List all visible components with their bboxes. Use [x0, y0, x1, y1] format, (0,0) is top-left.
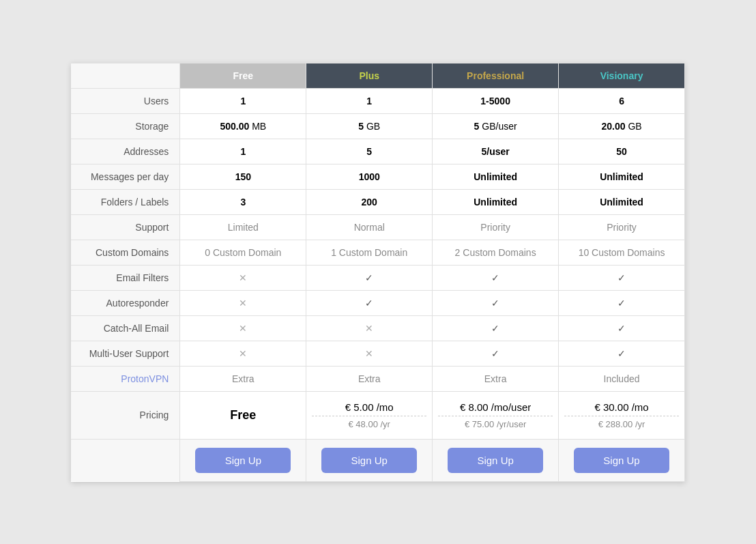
protonvpn-label: ProtonVPN	[71, 366, 180, 391]
storage-row: Storage 500.00 MB 5 GB 5 GB/user 20.00 G…	[71, 113, 685, 139]
customdomains-plus: 1 Custom Domain	[306, 240, 433, 265]
catchall-visionary: ✓	[559, 315, 685, 341]
multiuser-row: Multi-User Support ✕ ✕ ✓ ✓	[71, 341, 685, 366]
multiuser-visionary: ✓	[559, 341, 685, 366]
emailfilters-professional: ✓	[433, 265, 559, 290]
messages-plus: 1000	[306, 164, 433, 189]
pricing-professional-mo: € 8.00 /mo/user	[438, 401, 553, 413]
pricing-free: Free	[180, 391, 306, 439]
pricing-visionary-yr: € 288.00 /yr	[564, 416, 679, 429]
storage-label: Storage	[71, 113, 180, 139]
support-free: Limited	[180, 214, 306, 240]
storage-visionary: 20.00 GB	[559, 113, 685, 139]
users-professional: 1-5000	[433, 88, 559, 113]
signup-plus-cell: Sign Up	[306, 439, 433, 481]
signup-plus-button[interactable]: Sign Up	[321, 448, 417, 473]
protonvpn-row: ProtonVPN Extra Extra Extra Included	[71, 366, 685, 391]
signup-professional-button[interactable]: Sign Up	[448, 448, 543, 473]
storage-professional: 5 GB/user	[433, 113, 559, 139]
folders-plus: 200	[306, 189, 433, 214]
autoresponder-plus: ✓	[306, 290, 433, 315]
addresses-row: Addresses 1 5 5/user 50	[71, 139, 685, 164]
messages-professional: Unlimited	[433, 164, 559, 189]
protonvpn-link[interactable]: ProtonVPN	[121, 373, 169, 384]
signup-professional-cell: Sign Up	[433, 439, 559, 481]
messages-row: Messages per day 150 1000 Unlimited Unli…	[71, 164, 685, 189]
multiuser-plus: ✕	[306, 341, 433, 366]
autoresponder-label: Autoresponder	[71, 290, 180, 315]
addresses-professional: 5/user	[433, 139, 559, 164]
pricing-plus-mo: € 5.00 /mo	[312, 401, 426, 413]
emailfilters-label: Email Filters	[71, 265, 180, 290]
support-professional: Priority	[433, 214, 559, 240]
messages-visionary: Unlimited	[559, 164, 685, 189]
customdomains-free: 0 Custom Domain	[180, 240, 306, 265]
signup-visionary-button[interactable]: Sign Up	[574, 448, 669, 473]
support-plus: Normal	[306, 214, 433, 240]
protonvpn-professional: Extra	[433, 366, 559, 391]
signup-visionary-cell: Sign Up	[559, 439, 685, 481]
protonvpn-visionary: Included	[559, 366, 685, 391]
addresses-plus: 5	[306, 139, 433, 164]
autoresponder-visionary: ✓	[559, 290, 685, 315]
folders-free: 3	[180, 189, 306, 214]
support-label: Support	[71, 214, 180, 240]
customdomains-label: Custom Domains	[71, 240, 180, 265]
messages-label: Messages per day	[71, 164, 180, 189]
header-plus: Plus	[306, 63, 433, 88]
multiuser-free: ✕	[180, 341, 306, 366]
emailfilters-row: Email Filters ✕ ✓ ✓ ✓	[71, 265, 685, 290]
catchall-row: Catch-All Email ✕ ✕ ✓ ✓	[71, 315, 685, 341]
emailfilters-visionary: ✓	[559, 265, 685, 290]
pricing-table: Free Plus Professional Visionary Users 1…	[71, 63, 685, 482]
header-professional: Professional	[433, 63, 559, 88]
signup-free-button[interactable]: Sign Up	[195, 448, 291, 473]
signup-free-cell: Sign Up	[180, 439, 306, 481]
users-visionary: 6	[559, 88, 685, 113]
header-free: Free	[180, 63, 306, 88]
addresses-label: Addresses	[71, 139, 180, 164]
customdomains-professional: 2 Custom Domains	[433, 240, 559, 265]
multiuser-label: Multi-User Support	[71, 341, 180, 366]
users-plus: 1	[306, 88, 433, 113]
header-visionary: Visionary	[559, 63, 685, 88]
protonvpn-free: Extra	[180, 366, 306, 391]
pricing-plus: € 5.00 /mo € 48.00 /yr	[306, 391, 433, 439]
catchall-professional: ✓	[433, 315, 559, 341]
multiuser-professional: ✓	[433, 341, 559, 366]
storage-plus: 5 GB	[306, 113, 433, 139]
folders-row: Folders / Labels 3 200 Unlimited Unlimit…	[71, 189, 685, 214]
autoresponder-row: Autoresponder ✕ ✓ ✓ ✓	[71, 290, 685, 315]
emailfilters-plus: ✓	[306, 265, 433, 290]
catchall-label: Catch-All Email	[71, 315, 180, 341]
customdomains-row: Custom Domains 0 Custom Domain 1 Custom …	[71, 240, 685, 265]
folders-professional: Unlimited	[433, 189, 559, 214]
addresses-free: 1	[180, 139, 306, 164]
pricing-professional-yr: € 75.00 /yr/user	[438, 416, 553, 429]
pricing-visionary-mo: € 30.00 /mo	[564, 401, 679, 413]
autoresponder-professional: ✓	[433, 290, 559, 315]
support-visionary: Priority	[559, 214, 685, 240]
pricing-label: Pricing	[71, 391, 180, 439]
catchall-free: ✕	[180, 315, 306, 341]
protonvpn-plus: Extra	[306, 366, 433, 391]
pricing-visionary: € 30.00 /mo € 288.00 /yr	[559, 391, 685, 439]
folders-label: Folders / Labels	[71, 189, 180, 214]
messages-free: 150	[180, 164, 306, 189]
pricing-plus-yr: € 48.00 /yr	[312, 416, 426, 429]
autoresponder-free: ✕	[180, 290, 306, 315]
users-row: Users 1 1 1-5000 6	[71, 88, 685, 113]
pricing-row: Pricing Free € 5.00 /mo € 48.00 /yr € 8.…	[71, 391, 685, 439]
addresses-visionary: 50	[559, 139, 685, 164]
catchall-plus: ✕	[306, 315, 433, 341]
folders-visionary: Unlimited	[559, 189, 685, 214]
signup-row: Sign Up Sign Up Sign Up Sign Up	[71, 439, 685, 481]
users-free: 1	[180, 88, 306, 113]
emailfilters-free: ✕	[180, 265, 306, 290]
storage-free: 500.00 MB	[180, 113, 306, 139]
users-label: Users	[71, 88, 180, 113]
customdomains-visionary: 10 Custom Domains	[559, 240, 685, 265]
support-row: Support Limited Normal Priority Priority	[71, 214, 685, 240]
pricing-professional: € 8.00 /mo/user € 75.00 /yr/user	[433, 391, 559, 439]
